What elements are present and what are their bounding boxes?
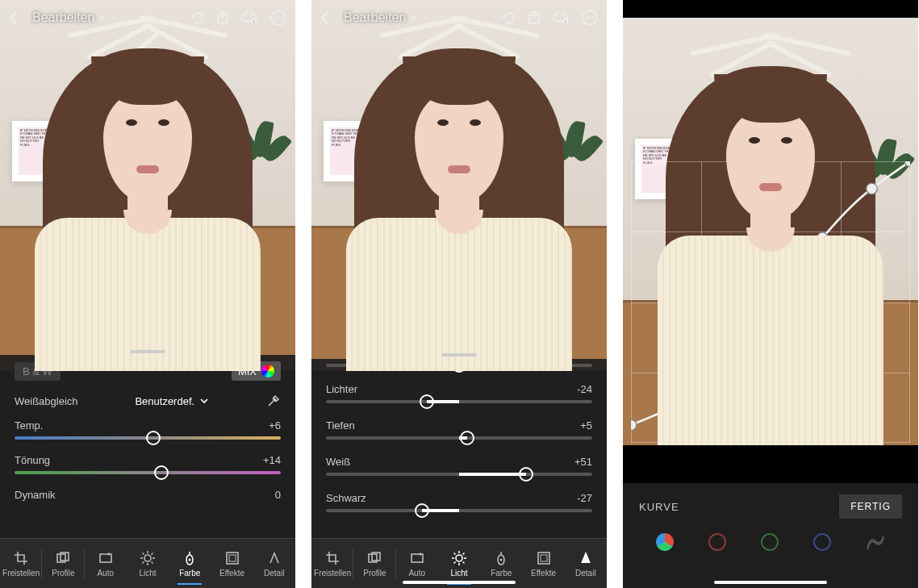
share-icon[interactable] [216, 10, 229, 25]
svg-point-41 [500, 558, 503, 561]
channel-blue[interactable] [813, 533, 831, 551]
svg-rect-31 [411, 554, 423, 562]
tab-light[interactable]: Licht [127, 539, 169, 588]
photo-preview[interactable]: IF NOTH ING EVE R CHAN GED THE RE WO ULD… [0, 0, 295, 371]
svg-point-5 [278, 17, 280, 19]
page-title[interactable]: Bearbeiten [32, 10, 106, 25]
share-icon[interactable] [528, 10, 541, 25]
svg-rect-43 [541, 555, 547, 561]
color-wheel-icon [261, 365, 274, 377]
svg-line-37 [453, 553, 455, 554]
cloud-sync-icon[interactable]: ! [240, 11, 258, 24]
highlights-slider[interactable]: Lichter-24 [311, 378, 607, 405]
curve-label: KURVE [639, 501, 679, 513]
svg-text:!: ! [565, 19, 566, 24]
undo-icon[interactable] [189, 11, 205, 24]
panel-drag-handle[interactable] [441, 353, 477, 357]
whitebalance-dropdown[interactable]: Benutzerdef. [135, 395, 209, 407]
svg-text:!: ! [253, 19, 254, 24]
cloud-sync-icon[interactable]: ! [552, 11, 570, 24]
channel-green[interactable] [761, 533, 779, 551]
tab-detail[interactable]: Detail [565, 539, 607, 588]
color-panel: B & W MIX Weißabgleich Benutzerdef. Temp… [0, 355, 295, 588]
svg-rect-21 [229, 555, 236, 561]
svg-point-6 [281, 17, 283, 19]
shadows-slider[interactable]: Tiefen+5 [311, 415, 607, 441]
undo-icon[interactable] [500, 11, 516, 24]
svg-line-18 [151, 553, 152, 554]
done-button[interactable]: FERTIG [839, 494, 902, 519]
top-toolbar: Bearbeiten ! [0, 0, 295, 35]
home-indicator[interactable] [714, 581, 827, 584]
tab-profiles[interactable]: Profile [42, 539, 84, 588]
channel-red[interactable] [708, 533, 726, 551]
svg-point-10 [144, 555, 151, 561]
curve-point[interactable] [631, 419, 637, 431]
svg-point-28 [592, 17, 595, 19]
home-indicator[interactable] [403, 581, 516, 584]
more-icon[interactable] [581, 9, 599, 27]
svg-point-32 [456, 555, 462, 561]
back-icon[interactable] [320, 10, 329, 25]
curve-point[interactable] [867, 183, 878, 194]
curve-bottom-panel: KURVE FERTIG [623, 483, 918, 588]
tab-color[interactable]: Farbe [169, 539, 211, 588]
bottom-tab-bar: Freistellen Profile Auto Licht Farbe Eff… [0, 538, 295, 588]
screen-light-panel: IF NOTH ING EVE R CHAN GED THE RE WO ULD… [311, 0, 607, 588]
vibrance-slider[interactable]: Dynamik0 [0, 484, 295, 507]
svg-line-15 [142, 553, 144, 554]
svg-line-16 [151, 561, 152, 563]
svg-rect-20 [227, 553, 238, 564]
photo-preview[interactable]: IF NOTH ING EVE R CHAN GED THE RE WO ULD… [311, 0, 607, 371]
svg-point-26 [585, 17, 587, 19]
temp-slider[interactable]: Temp.+6 [0, 415, 295, 441]
eyedropper-icon[interactable] [266, 394, 281, 408]
curve-point[interactable] [904, 161, 910, 167]
svg-line-38 [462, 561, 464, 563]
svg-point-19 [189, 558, 191, 561]
tab-effects[interactable]: Effekte [211, 539, 253, 588]
screen-curve-panel: IF NOTH ING EVE R CHAN GED THE RE WO ULD… [623, 0, 918, 588]
blacks-slider[interactable]: Schwarz-27 [311, 487, 607, 514]
svg-line-40 [462, 553, 464, 554]
tab-profiles[interactable]: Profile [353, 539, 395, 588]
whites-slider[interactable]: Weiß+51 [311, 451, 607, 477]
tab-effects[interactable]: Effekte [522, 539, 564, 588]
svg-point-27 [589, 17, 591, 19]
tab-crop[interactable]: Freistellen [311, 539, 353, 588]
screen-color-panel: IF NOTH ING EVE R CHAN GED THE RE WO ULD… [0, 0, 295, 588]
svg-rect-42 [538, 553, 549, 564]
status-bar [623, 0, 918, 18]
svg-line-39 [453, 561, 455, 563]
svg-line-17 [142, 561, 144, 563]
top-toolbar: Bearbeiten ! [311, 0, 607, 35]
tab-auto[interactable]: Auto [85, 539, 127, 588]
letterbox-bottom [623, 445, 918, 484]
channel-rgb[interactable] [656, 533, 674, 551]
page-title[interactable]: Bearbeiten [344, 10, 417, 25]
panel-drag-handle[interactable] [130, 350, 165, 353]
tab-detail[interactable]: Detail [253, 539, 295, 588]
whitebalance-label: Weißabgleich [15, 395, 78, 407]
channel-parametric-icon[interactable] [866, 533, 885, 551]
svg-rect-9 [100, 554, 111, 562]
more-icon[interactable] [269, 9, 287, 27]
back-icon[interactable] [8, 10, 18, 25]
tint-slider[interactable]: Tönung+14 [0, 449, 295, 476]
light-panel: Lichter-24 Tiefen+5 Weiß+51 Schwarz-27 F… [311, 359, 607, 588]
svg-point-4 [274, 17, 276, 19]
tab-crop[interactable]: Freistellen [0, 539, 42, 588]
